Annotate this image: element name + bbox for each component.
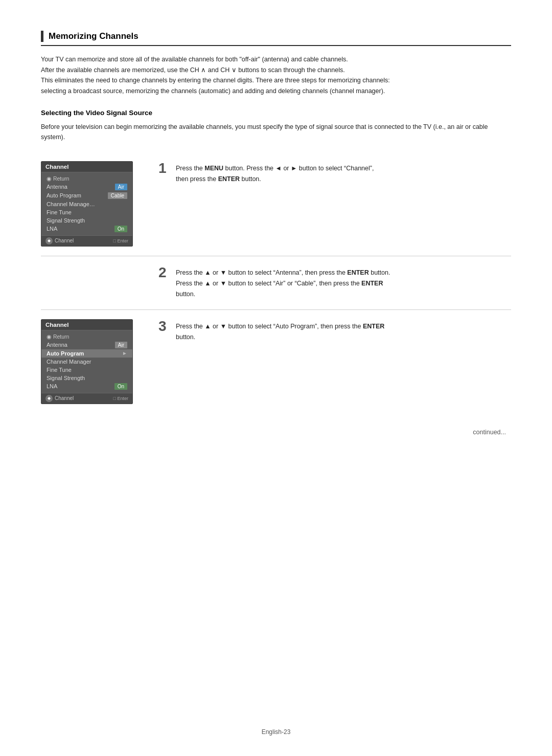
subsection-intro: Before your television can begin memoriz… (41, 122, 511, 143)
menu2-row-signalstrength: Signal Strength (41, 374, 132, 382)
menu1-tag-cable: Cable (108, 192, 127, 199)
menu1-row-return: ◉ Return (41, 174, 132, 183)
step-3-number: 3 (158, 319, 170, 333)
menu2-row-return: ◉ Return (41, 332, 132, 341)
intro-line2: After the available channels are memoriz… (41, 65, 511, 76)
menu2-footer-enter: □ Enter (113, 396, 128, 401)
menu2-footer-icon: ◆ (45, 395, 53, 402)
title-accent (41, 31, 43, 42)
menu1-footer-label: Channel (55, 238, 74, 243)
step-2-instruction: 2 Press the ▲ or ▼ button to select “Ant… (158, 265, 511, 300)
step-2-block: 2 Press the ▲ or ▼ button to select “Ant… (41, 256, 511, 310)
menu1-footer: ◆ Channel □ Enter (41, 235, 132, 246)
subsection-title: Selecting the Video Signal Source (41, 109, 511, 117)
menu1-body: ◉ Return Antenna Air Auto Program Cable … (41, 172, 132, 235)
intro-line1: Your TV can memorize and store all of th… (41, 54, 511, 65)
step-1-block: Channel ◉ Return Antenna Air Auto Progra… (41, 152, 511, 256)
menu2-body: ◉ Return Antenna Air Auto Program ► Chan… (41, 330, 132, 393)
menu1-row-antenna: Antenna Air (41, 183, 132, 191)
step-1-instruction: 1 Press the MENU button. Press the ◄ or … (158, 161, 511, 185)
step-1-number: 1 (158, 161, 170, 175)
menu1-tag-on: On (114, 226, 127, 232)
intro-line3: This eliminates the need to change chann… (41, 75, 511, 86)
menu2-arrow: ► (122, 350, 127, 356)
step-3-block: Channel ◉ Return Antenna Air Auto Progra… (41, 310, 511, 413)
step-2-number: 2 (158, 265, 170, 280)
section-title-bar: Memorizing Channels (41, 31, 511, 46)
steps-area: Channel ◉ Return Antenna Air Auto Progra… (41, 152, 511, 413)
menu2-footer-label: Channel (55, 395, 74, 401)
step-3-instruction: 3 Press the ▲ or ▼ button to select “Aut… (158, 319, 511, 343)
menu2-tag-on: On (114, 383, 127, 390)
menu1-row-autoprogram: Auto Program Cable (41, 191, 132, 200)
step-3-text: Press the ▲ or ▼ button to select “Auto … (176, 319, 384, 343)
menu2-row-lna: LNA On (41, 382, 132, 391)
menu-mockup-1: Channel ◉ Return Antenna Air Auto Progra… (41, 161, 133, 247)
step-1-text: Press the MENU button. Press the ◄ or ► … (176, 161, 374, 185)
menu1-row-lna: LNA On (41, 225, 132, 233)
menu1-row-finetune: Fine Tune (41, 208, 132, 216)
intro-line4: selecting a broadcast source, memorizing… (41, 86, 511, 97)
menu2-header: Channel (41, 320, 132, 330)
intro-block: Your TV can memorize and store all of th… (41, 54, 511, 97)
menu2-row-antenna: Antenna Air (41, 341, 132, 349)
menu1-header: Channel (41, 162, 132, 172)
menu2-row-autoprogram: Auto Program ► (41, 349, 132, 358)
menu1-footer-enter: □ Enter (113, 238, 128, 243)
menu2-footer: ◆ Channel □ Enter (41, 393, 132, 404)
menu1-footer-icon: ◆ (45, 237, 53, 244)
menu-mockup-2: Channel ◉ Return Antenna Air Auto Progra… (41, 319, 133, 404)
menu2-row-finetune: Fine Tune (41, 366, 132, 374)
continued-text: continued... (41, 429, 511, 436)
section-title: Memorizing Channels (49, 31, 139, 41)
step-2-text: Press the ▲ or ▼ button to select “Anten… (176, 265, 390, 300)
page-number: English-23 (262, 728, 291, 736)
menu1-tag-air: Air (115, 184, 127, 190)
menu2-row-channelmanager: Channel Manager (41, 358, 132, 366)
menu1-row-channelmanager: Channel Manage… (41, 200, 132, 208)
menu1-row-signalstrength: Signal Strength (41, 216, 132, 225)
menu2-tag-air: Air (115, 342, 127, 348)
